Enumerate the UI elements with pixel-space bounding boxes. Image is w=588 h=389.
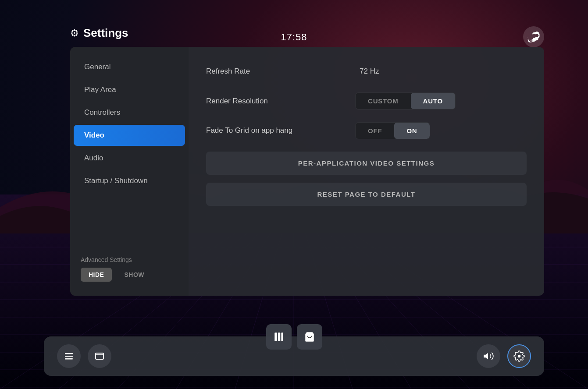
reset-page-button[interactable]: RESET PAGE TO DEFAULT	[206, 183, 527, 206]
settings-icon	[513, 350, 525, 362]
settings-panel: ⚙ Settings General Play Area Controllers…	[70, 26, 544, 301]
fade-to-grid-label: Fade To Grid on app hang	[206, 126, 355, 135]
sidebar-spacer	[70, 192, 189, 251]
advanced-buttons: HIDE SHOW	[81, 268, 178, 282]
fade-on-option[interactable]: ON	[394, 123, 429, 139]
volume-icon	[483, 350, 494, 362]
hamburger-button[interactable]	[57, 344, 81, 368]
render-custom-option[interactable]: CUSTOM	[356, 93, 411, 109]
fade-off-option[interactable]: OFF	[356, 123, 394, 139]
sidebar-item-video[interactable]: Video	[74, 125, 185, 146]
svg-rect-23	[274, 332, 277, 341]
svg-rect-25	[281, 332, 283, 341]
settings-gear-icon: ⚙	[70, 28, 79, 39]
refresh-rate-label: Refresh Rate	[206, 67, 355, 76]
sidebar-item-controllers[interactable]: Controllers	[74, 102, 185, 123]
refresh-rate-value: 72 Hz	[360, 67, 379, 76]
panel-container: General Play Area Controllers Video Audi…	[70, 47, 544, 296]
svg-rect-28	[65, 356, 73, 357]
taskbar-center	[266, 324, 322, 350]
settings-button[interactable]	[507, 344, 531, 368]
svg-rect-30	[96, 353, 103, 359]
volume-button[interactable]	[477, 344, 500, 368]
svg-rect-24	[278, 332, 280, 341]
window-icon	[94, 351, 105, 361]
sidebar-item-audio[interactable]: Audio	[74, 148, 185, 169]
sidebar-item-play-area[interactable]: Play Area	[74, 79, 185, 100]
fade-to-grid-row: Fade To Grid on app hang OFF ON	[206, 122, 527, 139]
settings-title: Settings	[83, 26, 128, 40]
show-button[interactable]: SHOW	[116, 268, 152, 282]
fade-to-grid-toggle: OFF ON	[355, 122, 430, 139]
render-resolution-label: Render Resolution	[206, 97, 355, 106]
hamburger-icon	[64, 351, 74, 361]
window-button[interactable]	[88, 344, 111, 368]
sidebar-item-startup-shutdown[interactable]: Startup / Shutdown	[74, 170, 185, 191]
library-icon	[273, 331, 285, 343]
hide-button[interactable]: HIDE	[81, 268, 112, 282]
content-area: Refresh Rate 72 Hz Render Resolution CUS…	[189, 47, 544, 296]
advanced-settings-section: Advanced Settings HIDE SHOW	[70, 251, 189, 287]
settings-header: ⚙ Settings	[70, 26, 544, 40]
sidebar-item-general[interactable]: General	[74, 57, 185, 78]
svg-rect-29	[65, 358, 73, 360]
advanced-settings-label: Advanced Settings	[81, 256, 178, 263]
sidebar: General Play Area Controllers Video Audi…	[70, 47, 189, 296]
library-button[interactable]	[266, 324, 292, 350]
render-auto-option[interactable]: AUTO	[411, 93, 455, 109]
svg-rect-27	[65, 353, 73, 354]
store-icon	[304, 331, 315, 343]
taskbar-left	[57, 344, 111, 368]
store-button[interactable]	[297, 324, 322, 350]
taskbar-right	[477, 344, 531, 368]
refresh-rate-row: Refresh Rate 72 Hz	[206, 63, 527, 80]
per-app-video-button[interactable]: PER-APPLICATION VIDEO SETTINGS	[206, 152, 527, 175]
render-resolution-toggle: CUSTOM AUTO	[355, 92, 456, 110]
taskbar	[44, 336, 544, 376]
render-resolution-row: Render Resolution CUSTOM AUTO	[206, 92, 527, 110]
